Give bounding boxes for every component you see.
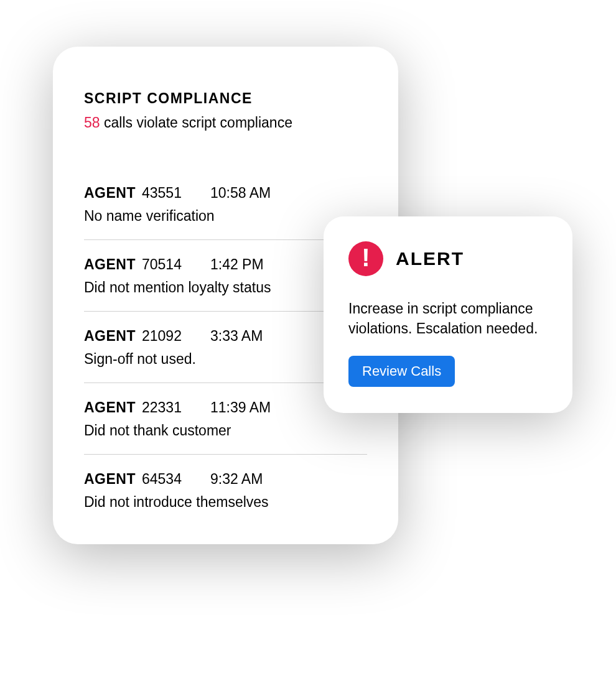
timestamp: 3:33 AM [210, 328, 263, 345]
agent-label: AGENT [84, 471, 136, 488]
review-calls-button[interactable]: Review Calls [348, 356, 455, 387]
timestamp: 9:32 AM [210, 471, 263, 488]
violation-text: Did not introduce themselves [84, 494, 367, 511]
timestamp: 1:42 PM [210, 256, 264, 273]
subtitle-text: calls violate script compliance [100, 114, 292, 131]
card-title: SCRIPT COMPLIANCE [84, 90, 367, 107]
agent-id: 21092 [142, 328, 182, 345]
agent-label: AGENT [84, 328, 136, 345]
agent-label: AGENT [84, 399, 136, 416]
agent-id: 70514 [142, 256, 182, 273]
violation-text: Did not thank customer [84, 422, 367, 439]
alert-title: ALERT [396, 248, 464, 269]
agent-label: AGENT [84, 256, 136, 273]
row-header: AGENT 43551 10:58 AM [84, 185, 367, 202]
agent-id: 43551 [142, 185, 182, 202]
agent-id: 22331 [142, 399, 182, 416]
alert-card: ! ALERT Increase in script compliance vi… [324, 216, 572, 413]
row-header: AGENT 22331 11:39 AM [84, 399, 367, 416]
violation-row[interactable]: AGENT 64534 9:32 AM Did not introduce th… [84, 455, 367, 526]
violation-text: No name verification [84, 208, 367, 225]
agent-label: AGENT [84, 185, 136, 202]
alert-header: ! ALERT [348, 241, 548, 276]
alert-body: Increase in script compliance violations… [348, 299, 548, 338]
violation-count: 58 [84, 114, 100, 131]
row-header: AGENT 64534 9:32 AM [84, 471, 367, 488]
agent-id: 64534 [142, 471, 182, 488]
timestamp: 10:58 AM [210, 185, 271, 202]
card-subtitle: 58 calls violate script compliance [84, 114, 367, 131]
timestamp: 11:39 AM [210, 399, 271, 416]
alert-icon: ! [348, 241, 383, 276]
